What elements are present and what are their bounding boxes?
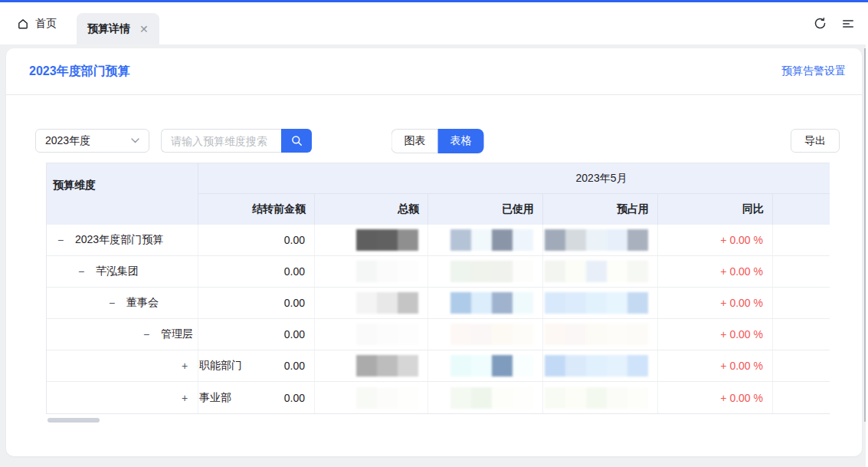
export-button[interactable]: 导出 — [791, 129, 840, 153]
mosaic-reserved — [545, 229, 648, 251]
used-cell — [428, 288, 543, 318]
search-button[interactable] — [281, 129, 312, 153]
pre-carry-value: 0.00 — [284, 360, 305, 372]
expand-toggle[interactable]: − — [57, 234, 68, 246]
extra-cell — [773, 256, 830, 287]
home-icon — [17, 18, 29, 30]
dimension-cell: − 董事会 — [47, 288, 198, 318]
yoy-value: + 0.00 % — [720, 328, 763, 340]
pre-carry-cell: 0.00 — [198, 319, 315, 350]
close-icon[interactable]: ✕ — [139, 24, 149, 35]
pre-carry-value: 0.00 — [284, 265, 305, 278]
table-row[interactable]: + 职能部门 0.00 + 0.00 % — [47, 350, 830, 382]
pre-carry-cell: 0.00 — [198, 288, 315, 318]
tab-home[interactable]: 首页 — [0, 17, 57, 31]
mosaic-total — [356, 261, 418, 282]
reserved-cell — [543, 225, 658, 255]
extra-cell — [773, 288, 830, 318]
search-icon — [291, 135, 303, 146]
yoy-cell: + 0.00 % — [658, 350, 773, 381]
page-scrollbar-thumb[interactable] — [864, 48, 866, 422]
mosaic-reserved — [545, 324, 648, 345]
tab-bar: 首页 预算详情 ✕ — [0, 2, 868, 44]
mosaic-used — [450, 324, 533, 345]
pre-carry-cell: 0.00 — [198, 256, 315, 287]
row-label: 董事会 — [126, 296, 159, 310]
col-header-extra — [773, 194, 830, 225]
table-row[interactable]: − 2023年度部门预算 0.00 + 0.00 % — [47, 225, 830, 256]
extra-cell — [773, 319, 830, 350]
total-cell — [315, 288, 428, 318]
mosaic-total — [356, 292, 418, 314]
tab-budget-detail[interactable]: 预算详情 ✕ — [77, 13, 159, 44]
reserved-cell — [543, 350, 658, 381]
year-select-value: 2023年度 — [45, 134, 90, 148]
mosaic-reserved — [545, 292, 648, 314]
table-row[interactable]: − 芊泓集团 0.00 + 0.00 % — [47, 256, 830, 288]
col-header-total: 总额 — [315, 194, 428, 225]
reserved-cell — [543, 256, 658, 287]
expand-toggle[interactable]: + — [182, 360, 192, 372]
chevron-down-icon — [131, 138, 139, 143]
search-group — [161, 129, 312, 153]
col-header-pre-carry: 结转前金额 — [198, 194, 315, 225]
search-input[interactable] — [161, 129, 281, 153]
mosaic-used — [450, 387, 533, 409]
card-header: 2023年度部门预算 预算告警设置 — [6, 48, 862, 95]
yoy-cell: + 0.00 % — [658, 288, 773, 318]
year-select[interactable]: 2023年度 — [35, 129, 149, 153]
extra-cell — [773, 225, 830, 255]
period-header: 2023年5月 — [198, 163, 830, 194]
table-row[interactable]: − 董事会 0.00 + 0.00 % — [47, 288, 830, 319]
reserved-cell — [543, 288, 658, 318]
mosaic-used — [450, 261, 533, 282]
budget-alert-settings-link[interactable]: 预算告警设置 — [781, 64, 846, 78]
mosaic-total — [356, 355, 418, 377]
toggle-table-view[interactable]: 表格 — [438, 129, 484, 153]
yoy-cell: + 0.00 % — [658, 256, 773, 287]
menu-icon[interactable] — [842, 18, 854, 30]
row-label: 2023年度部门预算 — [75, 233, 163, 247]
yoy-cell: + 0.00 % — [658, 382, 773, 413]
expand-toggle[interactable]: − — [109, 297, 120, 309]
yoy-cell: + 0.00 % — [658, 225, 773, 255]
sub-header-row: 结转前金额 总额 已使用 预占用 同比 — [198, 194, 830, 225]
expand-toggle[interactable]: − — [143, 328, 154, 340]
pre-carry-cell: 0.00 — [198, 225, 315, 255]
used-cell — [428, 225, 543, 255]
mosaic-total — [356, 229, 418, 251]
controls-row: 2023年度 — [35, 129, 840, 153]
total-cell — [315, 382, 428, 413]
budget-card: 2023年度部门预算 预算告警设置 2023年度 — [6, 48, 862, 456]
reserved-cell — [543, 319, 658, 350]
tab-home-label: 首页 — [35, 17, 57, 31]
mosaic-used — [450, 292, 533, 314]
dimension-cell: − 芊泓集团 — [47, 256, 198, 287]
col-header-used: 已使用 — [428, 194, 543, 225]
mosaic-reserved — [545, 387, 648, 409]
page-title: 2023年度部门预算 — [29, 64, 130, 80]
yoy-value: + 0.00 % — [720, 265, 763, 278]
table-horizontal-scrollbar-thumb[interactable] — [47, 418, 100, 423]
table-row[interactable]: + 事业部 0.00 + 0.00 % — [47, 382, 830, 413]
col-header-yoy: 同比 — [658, 194, 773, 225]
used-cell — [428, 382, 543, 413]
mosaic-used — [450, 355, 533, 377]
extra-cell — [773, 350, 830, 381]
dimension-cell: + 职能部门 — [47, 350, 198, 381]
pre-carry-value: 0.00 — [284, 328, 305, 340]
app-window: 首页 预算详情 ✕ — [0, 0, 868, 467]
used-cell — [428, 256, 543, 287]
expand-toggle[interactable]: − — [78, 265, 89, 278]
yoy-value: + 0.00 % — [720, 297, 763, 309]
refresh-icon[interactable] — [814, 17, 827, 30]
used-cell — [428, 319, 543, 350]
col-header-reserved: 预占用 — [543, 194, 658, 225]
yoy-value: + 0.00 % — [720, 234, 763, 246]
expand-toggle[interactable]: + — [182, 392, 192, 404]
dimension-cell: − 管理层 — [47, 319, 198, 350]
toggle-chart-view[interactable]: 图表 — [391, 129, 438, 153]
dimension-cell: − 2023年度部门预算 — [47, 225, 198, 255]
pre-carry-cell: 0.00 — [198, 350, 315, 381]
table-row[interactable]: − 管理层 0.00 + 0.00 % — [47, 319, 830, 350]
